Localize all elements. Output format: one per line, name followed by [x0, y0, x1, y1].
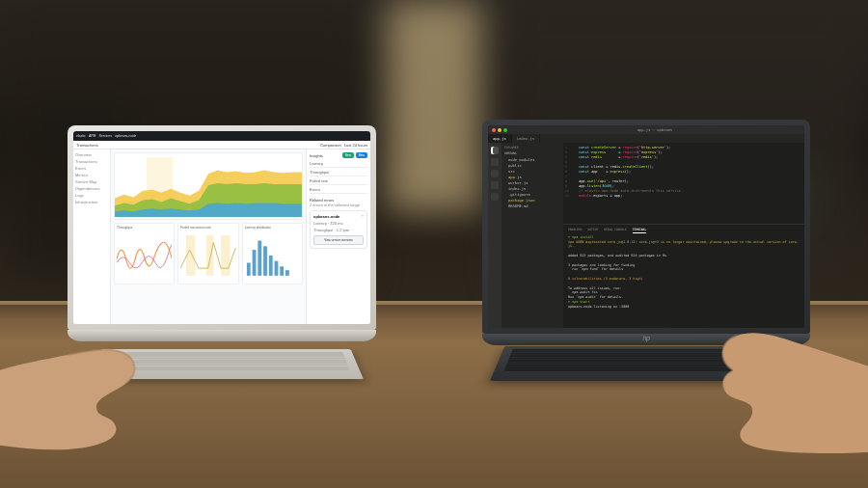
laptop-left: elastic APM Services opbeans-node Transa…	[68, 125, 376, 341]
svg-rect-8	[268, 256, 272, 276]
time-picker[interactable]: Last 24 hours	[344, 143, 367, 148]
tooltip-title: opbeans-node	[313, 214, 364, 219]
tab-file[interactable]: index.js	[512, 134, 540, 143]
editor-tabs: app.js index.js	[488, 134, 804, 143]
file-item[interactable]: app.js	[508, 175, 560, 179]
debug-icon[interactable]	[491, 181, 499, 189]
code-content: const createServer = require('http-serve…	[579, 146, 800, 199]
file-item[interactable]: worker.js	[508, 180, 560, 185]
file-item[interactable]: index.js	[508, 186, 560, 191]
sidebar-item[interactable]: Transactions	[75, 159, 108, 164]
laptop-left-hinge	[68, 330, 376, 341]
scene-photo: elastic APM Services opbeans-node Transa…	[0, 0, 868, 488]
dashboard-app: elastic APM Services opbeans-node Transa…	[73, 131, 370, 324]
svg-rect-10	[280, 266, 284, 276]
close-icon[interactable]: ×	[362, 213, 364, 218]
tooltip-line: Throughput · 1.2 tpm	[313, 228, 364, 232]
mini-charts-row: Throughput Failed transaction rate	[114, 223, 303, 285]
traffic-light-zoom-icon[interactable]	[503, 128, 507, 132]
code-editor-app: app.js — opbeans app.js index.js	[488, 125, 804, 328]
insight-item[interactable]: Throughput	[310, 170, 367, 176]
topnav-item[interactable]: Services	[99, 134, 112, 138]
dashboard-subbar: Transactions Comparison Last 24 hours	[73, 141, 370, 149]
topnav-item[interactable]: opbeans-node	[115, 134, 136, 138]
sidebar-item[interactable]: Infrastructure	[75, 200, 108, 204]
topnav-item[interactable]: APM	[89, 134, 96, 138]
terminal-tab[interactable]: OUTPUT	[587, 228, 598, 233]
insight-item[interactable]: Failed rate	[310, 178, 367, 185]
terminal-panel[interactable]: PROBLEMS OUTPUT DEBUG CONSOLE TERMINAL >…	[563, 224, 804, 328]
sidebar-item[interactable]: Logs	[75, 193, 108, 198]
badge-new: New	[342, 152, 354, 158]
insight-item[interactable]: Errors	[310, 187, 367, 194]
tooltip-line: Latency · 320 ms	[313, 221, 364, 226]
mini-chart-latency-dist[interactable]: Latency distribution	[242, 223, 303, 285]
extensions-icon[interactable]	[491, 193, 499, 201]
laptop-left-screen: elastic APM Services opbeans-node Transa…	[73, 131, 370, 324]
compare-toggle[interactable]: Comparison	[320, 143, 341, 148]
file-item[interactable]: node_modules	[508, 157, 560, 162]
line-numbers: 1234567891011	[565, 146, 569, 199]
main-area-chart[interactable]	[114, 152, 303, 220]
laptop-right: app.js — opbeans app.js index.js	[482, 120, 810, 345]
insight-item[interactable]: Latency	[310, 161, 367, 168]
terminal-tabs: PROBLEMS OUTPUT DEBUG CONSOLE TERMINAL	[568, 228, 800, 233]
sidebar-item[interactable]: Errors	[75, 166, 108, 171]
svg-rect-11	[285, 270, 289, 276]
file-item[interactable]: src	[508, 169, 560, 174]
mini-chart-throughput[interactable]: Throughput	[114, 223, 175, 285]
file-item[interactable]: .gitignore	[508, 192, 560, 197]
svg-rect-2	[206, 235, 214, 276]
badge-beta: Beta	[356, 152, 367, 158]
view-service-button[interactable]: View service overview	[313, 235, 364, 245]
insights-heading: Insights	[310, 153, 323, 158]
project-name: OPBEANS	[504, 151, 560, 155]
hover-tooltip-card: × opbeans-node Latency · 320 ms Throughp…	[310, 210, 367, 249]
sidebar-item[interactable]: Metrics	[75, 173, 108, 177]
terminal-tab[interactable]: PROBLEMS	[568, 228, 582, 233]
explorer-icon[interactable]	[491, 147, 499, 154]
search-icon[interactable]	[491, 158, 499, 166]
file-item[interactable]: README.md	[508, 203, 560, 208]
breadcrumb: Transactions	[76, 143, 98, 148]
brand-label: elastic	[76, 134, 86, 138]
tab-file[interactable]: app.js	[488, 134, 512, 143]
file-explorer: EXPLORER OPBEANS node_modules public src…	[502, 143, 563, 328]
svg-rect-9	[274, 261, 278, 276]
code-editor-pane[interactable]: 1234567891011 const createServer = requi…	[563, 143, 804, 224]
laptop-right-screen: app.js — opbeans app.js index.js	[488, 125, 804, 328]
svg-rect-3	[221, 235, 231, 276]
hp-logo: hp	[643, 335, 650, 341]
laptop-right-keyboard	[490, 346, 793, 381]
laptop-right-hinge: hp	[482, 334, 810, 345]
laptop-right-lid: app.js — opbeans app.js index.js	[482, 120, 810, 334]
laptop-left-lid: elastic APM Services opbeans-node Transa…	[68, 125, 376, 330]
git-icon[interactable]	[491, 170, 499, 177]
traffic-light-minimize-icon[interactable]	[498, 128, 502, 132]
svg-rect-7	[263, 246, 267, 276]
dashboard-sidebar: Overview Transactions Errors Metrics Ser…	[73, 149, 111, 324]
sidebar-item[interactable]: Overview	[75, 152, 108, 157]
laptop-left-keyboard	[88, 349, 364, 379]
svg-rect-5	[252, 250, 256, 276]
file-item[interactable]: package.json	[508, 198, 560, 203]
sidebar-item[interactable]: Service Map	[75, 179, 108, 184]
related-sub: 2 errors in the selected range	[310, 203, 367, 207]
activity-bar	[488, 143, 502, 328]
dashboard-topbar: elastic APM Services opbeans-node	[73, 131, 370, 141]
dashboard-insights-panel: Insights New Beta Latency Throughput Fai…	[306, 149, 370, 324]
dashboard-main: Throughput Failed transaction rate	[111, 149, 306, 324]
window-title: app.js — opbeans	[509, 127, 800, 132]
terminal-output: > npm install npm WARN deprecated core-j…	[568, 235, 800, 310]
terminal-tab[interactable]: DEBUG CONSOLE	[604, 228, 626, 233]
sidebar-item[interactable]: Dependencies	[75, 186, 108, 191]
svg-rect-6	[258, 241, 261, 276]
terminal-tab[interactable]: TERMINAL	[633, 228, 646, 233]
mini-chart-failed-rate[interactable]: Failed transaction rate	[177, 223, 238, 285]
explorer-heading: EXPLORER	[504, 146, 560, 149]
traffic-light-close-icon[interactable]	[492, 128, 496, 132]
editor-titlebar: app.js — opbeans	[488, 125, 804, 134]
file-item[interactable]: public	[508, 163, 560, 168]
svg-rect-4	[247, 262, 251, 275]
